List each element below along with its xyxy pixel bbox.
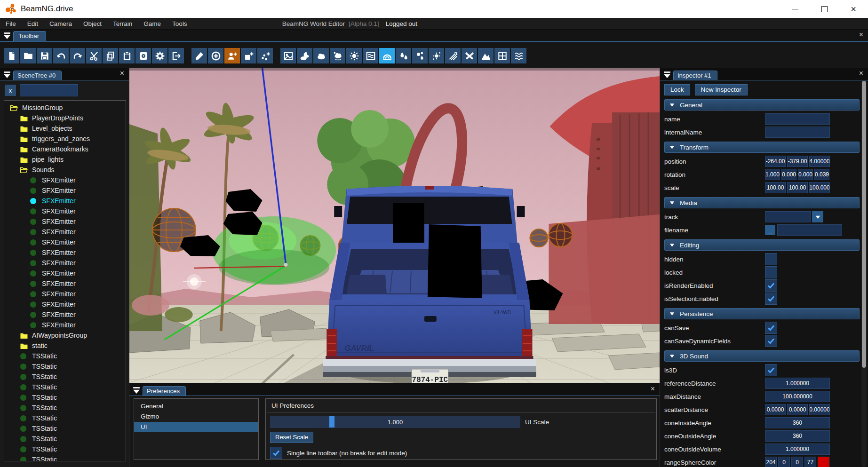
menu-camera[interactable]: Camera: [44, 20, 78, 27]
panel-menu-icon[interactable]: [662, 70, 672, 79]
pref-category-general[interactable]: General: [134, 401, 258, 412]
toolbar-add-player-button[interactable]: [224, 48, 240, 63]
field-input-coneOutsideAngle[interactable]: 360: [765, 430, 830, 442]
field-dropdown-track[interactable]: [765, 211, 811, 222]
maximize-button[interactable]: [810, 0, 839, 18]
toolbar-cloud-button[interactable]: [313, 48, 329, 63]
tree-item-sfxemitter[interactable]: SFXEmitter: [4, 247, 126, 258]
toolbar-tab[interactable]: Toolbar: [13, 31, 46, 41]
tree-item-sfxemitter[interactable]: SFXEmitter: [4, 196, 126, 206]
tree-item-sfxemitter[interactable]: SFXEmitter: [4, 299, 126, 309]
toolbar-wind-button[interactable]: [445, 48, 461, 63]
tree-item-tsstatic[interactable]: TSStatic: [4, 403, 126, 413]
checkbox-hidden[interactable]: [765, 253, 777, 265]
inspector-scrollbar-thumb[interactable]: [862, 81, 866, 368]
toolbar-light-rays-button[interactable]: [429, 48, 444, 63]
tree-item-sfxemitter[interactable]: SFXEmitter: [4, 227, 126, 237]
checkbox-is3D[interactable]: [765, 364, 777, 376]
tree-item-tsstatic[interactable]: TSStatic: [4, 382, 126, 392]
toolbar-settings-gear-button[interactable]: [152, 48, 167, 63]
inspector-close-icon[interactable]: ×: [859, 69, 863, 78]
toolbar-close-icon[interactable]: ×: [859, 31, 863, 39]
toolbar-export-button[interactable]: [168, 48, 184, 63]
tree-item-sfxemitter[interactable]: SFXEmitter: [4, 216, 126, 227]
field-input-rangeSphereColor[interactable]: 0: [778, 457, 790, 467]
tree-item-tsstatic[interactable]: TSStatic: [4, 392, 126, 403]
field-input-scale[interactable]: 100.000: [809, 182, 830, 193]
toolbar-redo-button[interactable]: [70, 48, 85, 63]
toolbar-terrain-tools-button[interactable]: [462, 48, 477, 63]
inspector-tab[interactable]: Inspector #1: [673, 71, 717, 80]
toolbar-cloud-night-button[interactable]: [297, 48, 312, 63]
toolbar-rainbow-button[interactable]: [379, 48, 395, 63]
field-input-coneOutsideVolume[interactable]: 1.000000: [765, 443, 830, 455]
section-header-persistence[interactable]: Persistence: [664, 308, 860, 319]
tree-item-sfxemitter[interactable]: SFXEmitter: [4, 258, 126, 268]
section-header-transform[interactable]: Transform: [664, 142, 860, 153]
toolbar-cut-button[interactable]: [86, 48, 102, 63]
tree-item-sfxemitter[interactable]: SFXEmitter: [4, 309, 126, 320]
toolbar-edit-pencil-button[interactable]: [191, 48, 207, 63]
checkbox-canSaveDynamicFields[interactable]: [765, 335, 777, 347]
field-input-rotation[interactable]: 0.039: [814, 169, 829, 180]
toolbar-undo-button[interactable]: [53, 48, 69, 63]
tree-item-tsstatic[interactable]: TSStatic: [4, 351, 126, 361]
preferences-close-icon[interactable]: ×: [651, 385, 655, 393]
toolbar-add-object-button[interactable]: [241, 48, 256, 63]
toolbar-cloud-snow-button[interactable]: [330, 48, 345, 63]
checkbox-isSelectionEnabled[interactable]: [765, 293, 777, 305]
menu-game[interactable]: Game: [138, 20, 167, 27]
toolbar-save-button[interactable]: [37, 48, 52, 63]
single-line-toolbar-checkbox[interactable]: [270, 447, 282, 459]
menu-file[interactable]: File: [0, 20, 22, 27]
field-input-position[interactable]: 4.00000: [809, 156, 830, 167]
field-input-rangeSphereColor[interactable]: 204: [765, 457, 777, 467]
checkbox-isRenderEnabled[interactable]: [765, 279, 777, 292]
checkbox-canSave[interactable]: [765, 322, 777, 334]
toolbar-sky-button[interactable]: [280, 48, 296, 63]
scenetree-search-input[interactable]: [20, 84, 78, 96]
tree-item-sounds[interactable]: Sounds: [4, 165, 126, 175]
inspector-scrollbar[interactable]: [861, 81, 867, 467]
tree-item-tsstatic[interactable]: TSStatic: [4, 454, 126, 461]
field-input-rangeSphereColor[interactable]: 0: [791, 457, 803, 467]
tree-item-tsstatic[interactable]: TSStatic: [4, 413, 126, 423]
toolbar-sun-button[interactable]: [346, 48, 362, 63]
new-inspector-button[interactable]: New Inspector: [695, 84, 748, 95]
field-input-name[interactable]: [765, 113, 830, 125]
panel-menu-icon[interactable]: [2, 31, 12, 40]
lock-button[interactable]: Lock: [664, 84, 690, 95]
tree-item-sfxemitter[interactable]: SFXEmitter: [4, 320, 126, 330]
field-input-scale[interactable]: 100.00: [787, 182, 808, 193]
scenetree-close-icon[interactable]: ×: [120, 69, 124, 78]
tree-item-sfxemitter[interactable]: SFXEmitter: [4, 289, 126, 299]
pref-category-gizmo[interactable]: Gizmo: [134, 412, 258, 422]
panel-menu-icon[interactable]: [2, 70, 12, 79]
section-header-3d-sound[interactable]: 3D Sound: [664, 350, 860, 362]
tree-item-tsstatic[interactable]: TSStatic: [4, 434, 126, 444]
pref-category-ui[interactable]: UI: [134, 422, 258, 432]
tree-item-tsstatic[interactable]: TSStatic: [4, 444, 126, 454]
field-input-scatterDistance[interactable]: 0.0000: [765, 404, 786, 415]
toolbar-object-settings-button[interactable]: [135, 48, 151, 63]
tree-item-aiwaypointsgroup[interactable]: AIWaypointsGroup: [4, 330, 126, 340]
tree-item-camerabookmarks[interactable]: CameraBookmarks: [4, 144, 126, 154]
toolbar-add-circle-button[interactable]: [208, 48, 223, 63]
browse-file-button[interactable]: ...: [765, 225, 775, 235]
menu-object[interactable]: Object: [78, 20, 107, 27]
toolbar-grid-button[interactable]: [494, 48, 510, 63]
tree-item-tsstatic[interactable]: TSStatic: [4, 372, 126, 382]
tree-item-tsstatic[interactable]: TSStatic: [4, 361, 126, 372]
field-input-internalName[interactable]: [765, 127, 830, 138]
checkbox-locked[interactable]: [765, 266, 777, 278]
toolbar-open-folder-button[interactable]: [20, 48, 36, 63]
close-button[interactable]: ×: [839, 0, 868, 18]
field-input-scatterDistance[interactable]: 0.0000: [787, 404, 808, 415]
toolbar-mountain-button[interactable]: [478, 48, 494, 63]
toolbar-new-file-button[interactable]: [4, 48, 19, 63]
field-input-rangeSphereColor[interactable]: 77: [804, 457, 816, 467]
field-input-rotation[interactable]: 0.000: [798, 169, 813, 180]
clear-filter-button[interactable]: x: [5, 85, 16, 96]
section-header-media[interactable]: Media: [664, 197, 860, 208]
toolbar-paste-button[interactable]: [119, 48, 135, 63]
